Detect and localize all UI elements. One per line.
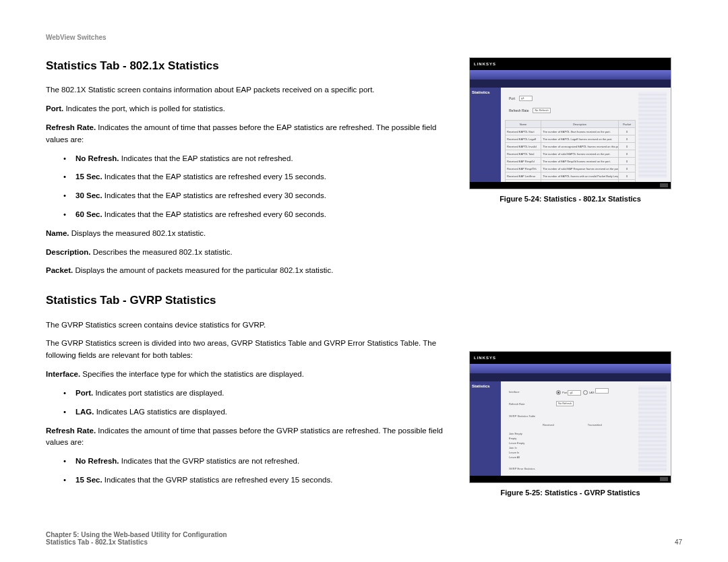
th-packet: Packet xyxy=(619,121,636,128)
screenshot-8021x: LINKSYS Statistics Port g1 xyxy=(469,57,671,189)
figure-caption-5-24: Figure 5-24: Statistics - 802.1x Statist… xyxy=(469,195,671,203)
port-dropdown: g1 xyxy=(568,390,581,396)
controls-row: Port g1 xyxy=(505,92,636,108)
cell: Received EAPOL Logoff xyxy=(506,135,541,143)
th-desc: Description xyxy=(541,121,619,128)
stat-row: Join In xyxy=(509,446,632,449)
cell: 0 xyxy=(619,158,636,165)
title-bar xyxy=(470,70,671,80)
help-sidebar xyxy=(638,92,667,178)
field-name-lead: Name. xyxy=(46,229,69,237)
refresh-label: Refresh Rate xyxy=(509,402,536,406)
cell: Received EAPOL Start xyxy=(506,128,541,135)
side-tab-statistics: Statistics xyxy=(470,381,501,476)
stat-row: Leave All xyxy=(509,456,632,459)
list-item: 60 Sec. Indicates that the EAP statistic… xyxy=(63,209,450,221)
refresh-options-list: No Refresh. Indicates that the EAP stati… xyxy=(46,153,450,221)
interface-row: Interface Port g1 LAG xyxy=(509,388,632,396)
field-packet-lead: Packet. xyxy=(46,266,73,274)
bullet-lead: LAG. xyxy=(75,408,94,416)
group2-heading: GVRP Error Statistics xyxy=(509,467,632,470)
col-received: Received xyxy=(543,423,554,427)
field-port-text: Indicates the port, which is polled for … xyxy=(63,104,225,113)
field-port: Port. Indicates the port, which is polle… xyxy=(46,103,450,115)
cell: Received EAP Resp/Oth xyxy=(506,165,541,173)
refresh-options-gvrp-list: No Refresh. Indicates that the GVRP stat… xyxy=(46,456,450,487)
port-dropdown: g1 xyxy=(519,96,533,101)
help-sidebar xyxy=(638,385,667,472)
field-refresh-gvrp-lead: Refresh Rate. xyxy=(46,427,96,435)
cell: The number of EAPOL Logoff frames receiv… xyxy=(541,135,619,143)
screenshot-gvrp: LINKSYS Statistics Interface Port g1 LAG xyxy=(469,351,671,483)
lag-dropdown xyxy=(595,388,609,394)
bullet-text: Indicates that the EAP statistics are no… xyxy=(119,154,293,162)
cell: 0 xyxy=(619,143,636,150)
body-text-column: Statistics Tab - 802.1x Statistics The 8… xyxy=(46,57,450,497)
figure-caption-5-25: Figure 5-25: Statistics - GVRP Statistic… xyxy=(469,489,671,497)
field-refresh-lead: Refresh Rate. xyxy=(46,123,96,131)
field-packet-text: Displays the amount of packets measured … xyxy=(73,266,333,274)
list-item: 15 Sec. Indicates that the GVRP statisti… xyxy=(63,474,450,487)
controls-row-2: Refresh Rate No Refresh xyxy=(505,108,636,120)
cell: The number of EAPOL Start frames receive… xyxy=(541,128,619,135)
list-item: No Refresh. Indicates that the GVRP stat… xyxy=(63,456,450,468)
bullet-text: Indicates that the EAP statistics are re… xyxy=(102,191,326,199)
interface-options-list: Port. Indicates port statistics are disp… xyxy=(46,387,450,418)
brand-bar: LINKSYS xyxy=(470,58,671,70)
table-row: Received EAPOL TotalThe number of valid … xyxy=(506,150,636,158)
radio-lag-label: LAG xyxy=(589,391,595,394)
field-refresh-rate-gvrp: Refresh Rate. Indicates the amount of ti… xyxy=(46,425,450,449)
table-row: Received EAPOL InvalidThe number of unre… xyxy=(506,143,636,150)
refresh-label: Refresh Rate xyxy=(509,108,528,113)
cell: Received EAP Resp/Id xyxy=(506,158,541,165)
bullet-text: Indicates port statistics are displayed. xyxy=(93,389,224,397)
bullet-lead: 60 Sec. xyxy=(75,210,102,218)
stat-row: Leave In xyxy=(509,451,632,454)
col-transmitted: Transmitted xyxy=(588,423,602,427)
stat-row: Join Empty xyxy=(509,432,632,435)
cell: Received EAP LenError xyxy=(506,173,541,180)
field-desc-text: Describes the measured 802.1x statistic. xyxy=(90,248,232,256)
intro-gvrp-2: The GVRP Statistics screen is divided in… xyxy=(46,338,450,362)
field-refresh-text: Indicates the amount of time that passes… xyxy=(46,123,436,144)
table-row: Received EAP LenErrorThe number of EAPOL… xyxy=(506,173,636,180)
section-heading-gvrp: Statistics Tab - GVRP Statistics xyxy=(46,292,450,309)
figure-5-25: LINKSYS Statistics Interface Port g1 LAG xyxy=(469,351,671,497)
field-interface: Interface. Specifies the interface type … xyxy=(46,369,450,381)
list-item: LAG. Indicates LAG statistics are displa… xyxy=(63,406,450,418)
field-description: Description. Describes the measured 802.… xyxy=(46,247,450,259)
refresh-row: Refresh Rate No Refresh xyxy=(509,401,632,406)
running-header: WebView Switches xyxy=(46,34,682,41)
radio-port-label: Port xyxy=(562,391,567,394)
table-row: Received EAPOL StartThe number of EAPOL … xyxy=(506,128,636,135)
intro-8021x: The 802.1X Statistic screen contains inf… xyxy=(46,84,450,96)
field-name-text: Displays the measured 802.1x statistic. xyxy=(69,229,206,237)
radio-port-icon xyxy=(556,390,561,395)
refresh-dropdown: No Refresh xyxy=(533,108,550,113)
list-item: Port. Indicates port statistics are disp… xyxy=(63,387,450,400)
cell: 0 xyxy=(619,150,636,158)
field-refresh-gvrp-text: Indicates the amount of time that passes… xyxy=(46,427,443,447)
port-label: Port xyxy=(509,96,515,100)
cell: 0 xyxy=(619,128,636,135)
list-item: 15 Sec. Indicates that the EAP statistic… xyxy=(63,171,450,183)
brand-bar: LINKSYS xyxy=(470,352,671,364)
cell: The number of unrecognized EAPOL frames … xyxy=(541,143,619,150)
cell: The number of EAP Resp/Id frames receive… xyxy=(541,158,619,165)
cell: Received EAPOL Total xyxy=(506,150,541,158)
bottom-bar xyxy=(470,476,671,482)
bullet-lead: No Refresh. xyxy=(75,154,119,162)
table-row: Received EAP Resp/OthThe number of valid… xyxy=(506,165,636,173)
group1-heading: GVRP Statistics Table xyxy=(509,414,632,418)
stat-row: Leave Empty xyxy=(509,441,632,445)
cisco-logo-icon xyxy=(660,477,668,481)
bullet-lead: 30 Sec. xyxy=(75,191,102,199)
cell: The number of EAPOL frames with an inval… xyxy=(541,173,619,180)
bottom-bar xyxy=(470,182,671,189)
column-heads: Received Transmitted xyxy=(509,423,632,427)
intro-gvrp-1: The GVRP Statistics screen contains devi… xyxy=(46,319,450,332)
title-bar xyxy=(470,364,671,373)
list-item: No Refresh. Indicates that the EAP stati… xyxy=(63,153,450,165)
stats-table: Name Description Packet Received EAPOL S… xyxy=(505,120,636,189)
field-desc-lead: Description. xyxy=(46,248,90,256)
